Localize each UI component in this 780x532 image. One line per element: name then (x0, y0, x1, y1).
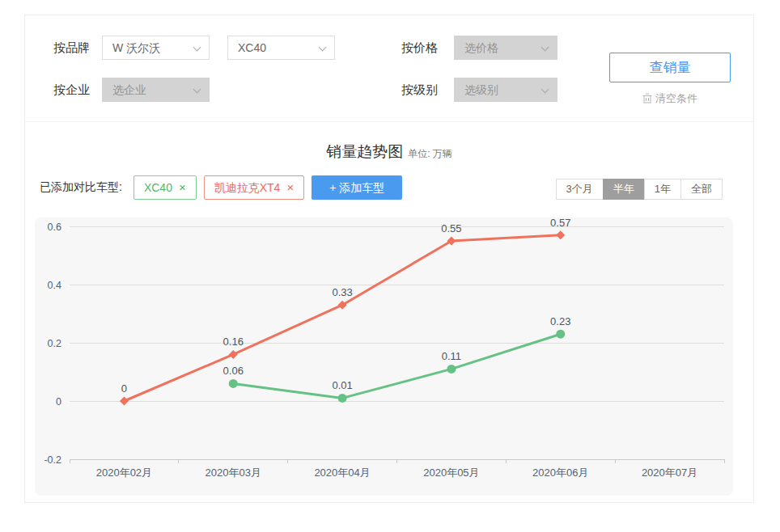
add-model-button[interactable]: + 添加车型 (312, 175, 402, 200)
chart-unit: 单位: 万辆 (408, 148, 452, 159)
svg-text:2020年04月: 2020年04月 (314, 467, 370, 479)
svg-text:0.2: 0.2 (48, 338, 61, 349)
chart-section: 销量趋势图单位: 万辆 已添加对比车型: XC40× 凯迪拉克XT4× + 添加… (25, 122, 753, 502)
svg-text:0.33: 0.33 (332, 286, 352, 298)
level-filter-label: 按级别 (401, 78, 438, 102)
svg-text:2020年07月: 2020年07月 (642, 467, 697, 479)
compare-tag-row: 已添加对比车型: XC40× 凯迪拉克XT4× + 添加车型 (40, 175, 402, 200)
level-select-value: 选级别 (464, 83, 498, 96)
compare-tag-name: 凯迪拉克XT4 (214, 181, 281, 194)
range-1year-button[interactable]: 1年 (644, 179, 681, 200)
compare-tag-name: XC40 (144, 181, 172, 194)
filter-section: 按品牌 W 沃尔沃 XC40 按价格 选价格 按企业 选企业 按级别 选级别 查… (25, 15, 753, 122)
svg-text:0.11: 0.11 (442, 350, 461, 362)
chevron-down-icon (319, 44, 327, 52)
svg-text:0.23: 0.23 (550, 315, 570, 327)
svg-text:-0.2: -0.2 (44, 454, 61, 466)
chevron-down-icon (541, 86, 549, 94)
brand-select[interactable]: W 沃尔沃 (102, 36, 210, 60)
range-all-button[interactable]: 全部 (680, 179, 723, 200)
compare-label: 已添加对比车型: (40, 180, 122, 195)
trend-chart[interactable]: -0.200.20.40.62020年02月2020年03月2020年04月20… (35, 217, 733, 496)
main-panel: 按品牌 W 沃尔沃 XC40 按价格 选价格 按企业 选企业 按级别 选级别 查… (24, 15, 754, 503)
price-select[interactable]: 选价格 (454, 36, 557, 60)
svg-text:0.01: 0.01 (332, 379, 352, 391)
company-filter-label: 按企业 (53, 78, 90, 102)
price-select-value: 选价格 (464, 41, 498, 54)
svg-text:0.16: 0.16 (223, 336, 244, 348)
brand-filter-label: 按品牌 (53, 36, 90, 60)
model-select-value: XC40 (238, 41, 266, 54)
svg-text:0.57: 0.57 (550, 217, 570, 229)
brand-select-value: W 沃尔沃 (112, 41, 160, 54)
range-halfyear-button[interactable]: 半年 (603, 179, 645, 200)
range-3months-button[interactable]: 3个月 (556, 179, 604, 200)
clear-conditions-label: 清空条件 (655, 92, 697, 104)
chevron-down-icon (193, 86, 201, 94)
compare-tag[interactable]: XC40× (134, 175, 197, 200)
svg-text:0.6: 0.6 (48, 222, 61, 233)
compare-tag[interactable]: 凯迪拉克XT4× (204, 175, 304, 200)
chart-title-row: 销量趋势图单位: 万辆 (25, 141, 753, 163)
svg-text:0.55: 0.55 (441, 222, 461, 234)
svg-text:2020年03月: 2020年03月 (206, 467, 261, 479)
price-filter-label: 按价格 (401, 36, 438, 60)
trend-chart-svg: -0.200.20.40.62020年02月2020年03月2020年04月20… (35, 217, 733, 496)
clear-conditions-button[interactable]: 清空条件 (609, 91, 731, 106)
close-icon[interactable]: × (179, 180, 186, 194)
company-select-value: 选企业 (112, 83, 146, 96)
svg-text:2020年06月: 2020年06月 (532, 467, 588, 479)
trash-icon (642, 93, 652, 103)
close-icon[interactable]: × (286, 180, 294, 194)
svg-text:0: 0 (56, 396, 61, 407)
svg-text:0.06: 0.06 (223, 365, 244, 377)
model-select[interactable]: XC40 (227, 36, 335, 60)
chevron-down-icon (541, 44, 549, 52)
svg-text:0: 0 (121, 382, 127, 395)
level-select[interactable]: 选级别 (454, 78, 557, 102)
svg-text:0.4: 0.4 (48, 280, 61, 291)
svg-text:2020年05月: 2020年05月 (423, 467, 479, 479)
chevron-down-icon (193, 44, 201, 52)
time-range-group: 3个月 半年 1年 全部 (557, 179, 723, 200)
svg-text:2020年02月: 2020年02月 (96, 467, 152, 479)
company-select[interactable]: 选企业 (102, 78, 210, 102)
query-sales-button[interactable]: 查销量 (609, 53, 731, 82)
chart-title: 销量趋势图 (326, 143, 403, 160)
